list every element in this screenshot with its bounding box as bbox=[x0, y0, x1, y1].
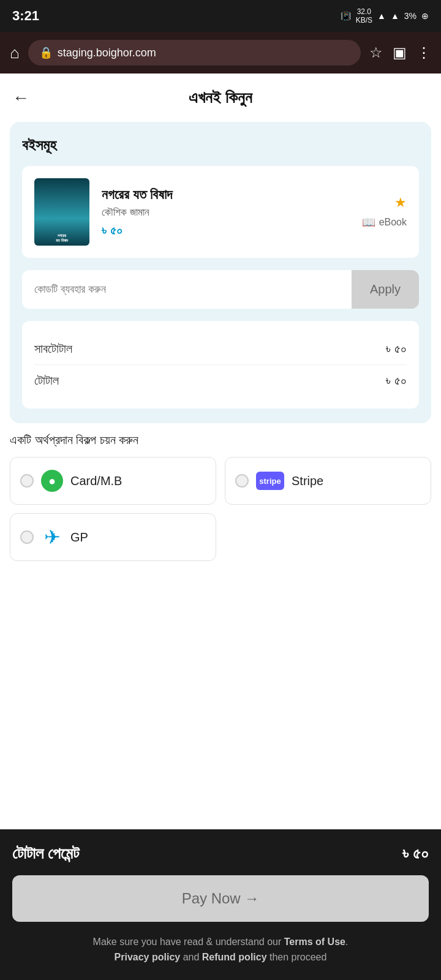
browser-actions: ☆ ▣ ⋮ bbox=[369, 44, 431, 61]
coupon-box: Apply bbox=[22, 270, 419, 309]
gp-label: GP bbox=[70, 530, 88, 545]
status-icons: 📳 32.0 KB/S ▲ ▲ 3% ⊕ bbox=[341, 7, 429, 25]
apply-button[interactable]: Apply bbox=[352, 270, 419, 309]
footer-total-label: টোটাল পেমেন্ট bbox=[12, 844, 79, 863]
card-icon: ● bbox=[41, 470, 63, 492]
gp-icon: ✈ bbox=[41, 526, 63, 548]
stripe-icon: stripe bbox=[256, 472, 284, 490]
footer-bar: টোটাল পেমেন্ট ৳ ৫০ Pay Now → Make sure y… bbox=[0, 829, 441, 980]
book-title: নগরের যত বিষাদ bbox=[102, 187, 350, 203]
back-button[interactable]: ← bbox=[12, 88, 29, 108]
payment-options: ● Card/M.B stripe Stripe ✈ GP bbox=[10, 457, 431, 561]
signal-icon: ▲ bbox=[391, 11, 399, 21]
data-speed: 32.0 KB/S bbox=[356, 7, 372, 25]
summary-card: সাবটোটাল ৳ ৫০ টোটাল ৳ ৫০ bbox=[22, 321, 419, 409]
star-bookmark-icon[interactable]: ☆ bbox=[369, 44, 383, 61]
card-label: Card/M.B bbox=[70, 474, 122, 488]
payment-option-gp[interactable]: ✈ GP bbox=[10, 513, 216, 561]
status-bar: 3:21 📳 32.0 KB/S ▲ ▲ 3% ⊕ bbox=[0, 0, 441, 32]
battery-icon: ⊕ bbox=[421, 11, 429, 21]
page-header: ← এখনই কিনুন bbox=[0, 74, 441, 122]
tab-switcher-icon[interactable]: ▣ bbox=[393, 44, 407, 61]
book-meta: ★ 📖 eBook bbox=[362, 195, 407, 229]
total-amount: ৳ ৫০ bbox=[386, 374, 407, 388]
battery-level: 3% bbox=[404, 11, 417, 21]
wifi-icon: ▲ bbox=[377, 11, 386, 21]
subtotal-label: সাবটোটাল bbox=[34, 342, 72, 356]
browser-bar: ⌂ 🔒 staging.boighor.com ☆ ▣ ⋮ bbox=[0, 32, 441, 74]
total-row: টোটাল ৳ ৫০ bbox=[34, 365, 407, 396]
ebook-badge: 📖 eBook bbox=[362, 216, 407, 229]
page-content: ← এখনই কিনুন বইসমূহ নগরেরযত বিষাদ নগরের … bbox=[0, 74, 441, 829]
radio-card[interactable] bbox=[20, 474, 34, 488]
footer-disclaimer: Make sure you have read & understand our… bbox=[12, 934, 429, 965]
home-icon[interactable]: ⌂ bbox=[10, 43, 20, 62]
payment-option-card[interactable]: ● Card/M.B bbox=[10, 457, 216, 505]
radio-gp[interactable] bbox=[20, 530, 34, 544]
radio-stripe[interactable] bbox=[235, 474, 249, 488]
url-text: staging.boighor.com bbox=[58, 47, 156, 59]
terms-link[interactable]: Terms of Use bbox=[284, 937, 345, 947]
coupon-input[interactable] bbox=[22, 270, 352, 309]
ebook-label: eBook bbox=[379, 217, 407, 228]
privacy-link[interactable]: Privacy policy bbox=[115, 952, 181, 962]
section-title: বইসমূহ bbox=[22, 137, 419, 154]
more-options-icon[interactable]: ⋮ bbox=[417, 44, 431, 61]
payment-option-stripe[interactable]: stripe Stripe bbox=[225, 457, 431, 505]
ebook-icon: 📖 bbox=[362, 216, 375, 229]
payment-section: একটি অর্থপ্রদান বিকল্প চয়ন করুন ● Card/… bbox=[0, 433, 441, 571]
book-author: কৌশিক জামান bbox=[102, 206, 350, 219]
payment-section-label: একটি অর্থপ্রদান বিকল্প চয়ন করুন bbox=[10, 433, 431, 447]
footer-total-row: টোটাল পেমেন্ট ৳ ৫০ bbox=[12, 844, 429, 863]
footer-total-amount: ৳ ৫০ bbox=[402, 844, 429, 863]
url-box[interactable]: 🔒 staging.boighor.com bbox=[28, 40, 361, 66]
book-card: নগরেরযত বিষাদ নগরের যত বিষাদ কৌশিক জামান… bbox=[22, 166, 419, 258]
status-time: 3:21 bbox=[12, 8, 39, 24]
pay-now-button[interactable]: Pay Now → bbox=[12, 875, 429, 922]
page-title: এখনই কিনুন bbox=[12, 88, 429, 107]
subtotal-row: সাবটোটাল ৳ ৫০ bbox=[34, 333, 407, 365]
lock-icon: 🔒 bbox=[39, 46, 53, 59]
subtotal-amount: ৳ ৫০ bbox=[386, 342, 407, 356]
stripe-label: Stripe bbox=[292, 474, 323, 488]
gp-symbol: ✈ bbox=[44, 526, 61, 549]
book-info: নগরের যত বিষাদ কৌশিক জামান ৳ ৫০ bbox=[102, 187, 350, 238]
books-section: বইসমূহ নগরেরযত বিষাদ নগরের যত বিষাদ কৌশি… bbox=[10, 122, 431, 423]
book-price: ৳ ৫০ bbox=[102, 224, 350, 238]
book-cover: নগরেরযত বিষাদ bbox=[34, 178, 89, 246]
refund-link[interactable]: Refund policy bbox=[202, 952, 267, 962]
total-label: টোটাল bbox=[34, 374, 59, 388]
vibrate-icon: 📳 bbox=[341, 11, 351, 21]
star-icon: ★ bbox=[394, 195, 407, 211]
book-cover-text: নগরেরযত বিষাদ bbox=[56, 233, 68, 243]
